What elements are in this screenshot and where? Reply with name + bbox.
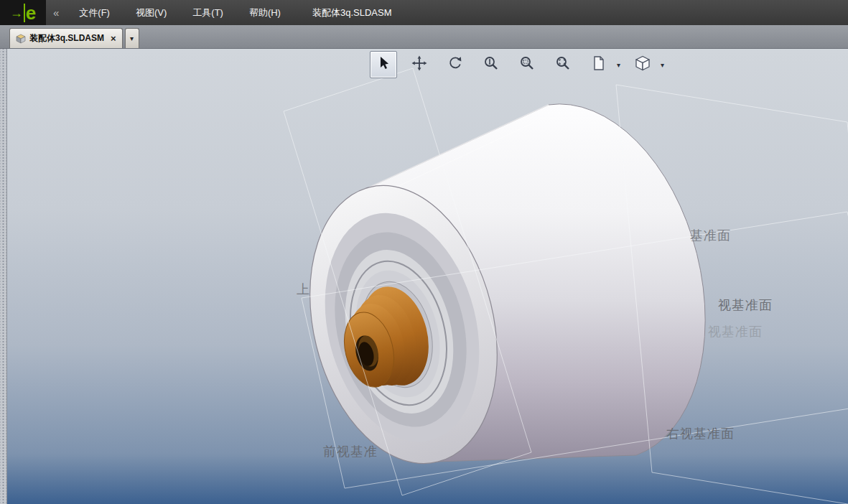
zoom-in-out-icon xyxy=(483,55,500,75)
pan-arrows-icon xyxy=(411,55,428,75)
markup-dropdown-caret[interactable]: ▾ xyxy=(617,61,620,69)
menu-file[interactable]: 文件(F) xyxy=(66,0,123,26)
zoom-area-icon xyxy=(518,55,536,75)
assembly-icon xyxy=(16,34,26,44)
collapse-menu-button[interactable]: « xyxy=(46,6,66,19)
menubar: → e « 文件(F) 视图(V) 工具(T) 帮助(H) 装配体3q.SLDA… xyxy=(0,0,848,26)
logo-arrow-icon: → xyxy=(10,6,23,19)
views-dropdown-caret[interactable]: ▾ xyxy=(661,61,664,69)
markup-tool-button[interactable] xyxy=(585,51,612,78)
viewport-3d[interactable]: 基准面 视基准面 视基准面 右视基准面 前视基准 上 xyxy=(7,49,848,504)
document-tab-label: 装配体3q.SLDASM xyxy=(29,32,104,45)
menu-help[interactable]: 帮助(H) xyxy=(236,0,294,26)
window-title: 装配体3q.SLDASM xyxy=(312,6,392,19)
view-toolbar: ▾ ▾ xyxy=(370,51,664,78)
select-tool-button[interactable] xyxy=(370,51,397,78)
page-stamp-icon xyxy=(590,55,607,75)
logo-letter: e xyxy=(24,4,36,22)
rotate-arrows-icon xyxy=(447,55,464,75)
zoom-tool-button[interactable] xyxy=(477,51,505,78)
assembly-model-scene xyxy=(7,49,848,504)
edrawings-logo: → e xyxy=(0,0,46,25)
views-tool-button[interactable] xyxy=(629,51,656,78)
left-grip-strip[interactable] xyxy=(0,49,7,504)
tab-list-dropdown-button[interactable]: ▾ xyxy=(125,28,139,48)
cursor-arrow-icon xyxy=(375,55,392,75)
rotate-tool-button[interactable] xyxy=(442,51,469,78)
zoom-fit-tool-button[interactable] xyxy=(549,51,577,78)
assembly-model[interactable] xyxy=(282,104,705,484)
tab-bar: 装配体3q.SLDASM × ▾ xyxy=(0,25,848,49)
chevron-down-icon: ▾ xyxy=(130,34,134,42)
menu-items: 文件(F) 视图(V) 工具(T) 帮助(H) xyxy=(66,0,294,26)
zoom-fit-icon xyxy=(554,55,572,75)
cube-icon xyxy=(634,55,651,75)
menu-view[interactable]: 视图(V) xyxy=(123,0,180,26)
document-tab[interactable]: 装配体3q.SLDASM × xyxy=(9,28,123,48)
menu-tools[interactable]: 工具(T) xyxy=(180,0,236,26)
tab-close-button[interactable]: × xyxy=(111,33,116,44)
zoom-area-tool-button[interactable] xyxy=(513,51,541,78)
pan-tool-button[interactable] xyxy=(406,51,433,78)
